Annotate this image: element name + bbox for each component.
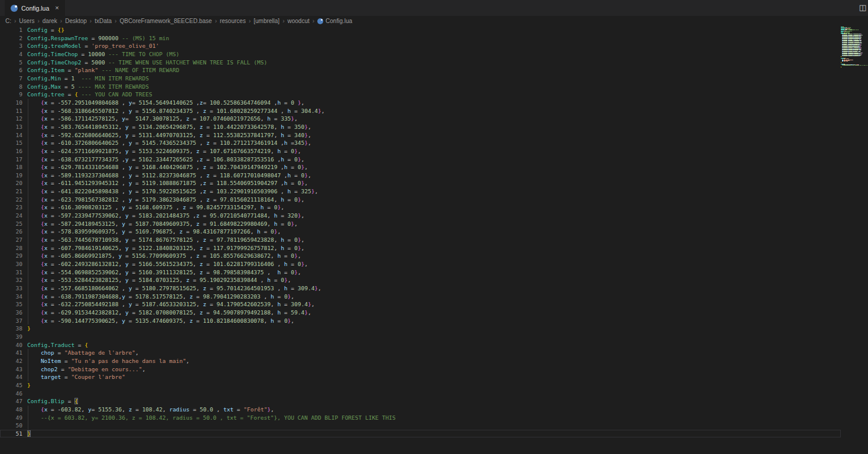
tab-close-icon[interactable]: × (55, 5, 58, 11)
line-number[interactable]: 36 (0, 309, 22, 317)
code-line[interactable]: 29 {x = -605.86669921875, y = 5156.77099… (0, 252, 841, 260)
breadcrumb-item[interactable]: QBCoreFramework_8EECED.base (119, 18, 212, 24)
line-number[interactable]: 7 (0, 74, 22, 83)
breadcrumb-item[interactable]: darek (43, 18, 57, 24)
line-number[interactable]: 44 (0, 373, 22, 381)
breadcrumb-item[interactable]: Desktop (65, 18, 87, 24)
line-number[interactable]: 8 (0, 83, 22, 91)
line-number[interactable]: 11 (0, 107, 22, 115)
line-number[interactable]: 46 (0, 390, 22, 398)
line-number[interactable]: 42 (0, 357, 22, 365)
line-number[interactable]: 1 (0, 26, 22, 34)
line-number[interactable]: 35 (0, 300, 22, 309)
line-number[interactable]: 32 (0, 276, 22, 284)
line-number[interactable]: 38 (0, 325, 22, 333)
code-line[interactable]: 6Config.Item = "plank" --- NAME OF ITEM … (0, 66, 841, 74)
code-line[interactable]: 51} (0, 430, 841, 438)
line-number[interactable]: 27 (0, 236, 22, 244)
code-line[interactable]: 45} (0, 381, 841, 390)
code-line[interactable]: 40Config.Traduct = { (0, 341, 841, 349)
code-line[interactable]: 28 {x = -607.7984619140625, y = 5122.184… (0, 244, 841, 252)
code-line[interactable]: 21 {x = -641.8222045898438 , y = 5170.59… (0, 187, 841, 196)
line-number[interactable]: 45 (0, 381, 22, 390)
code-line[interactable]: 1Config = {} (0, 26, 841, 34)
line-number[interactable]: 25 (0, 220, 22, 228)
code-line[interactable]: 11 {x = -568.3186645507812 , y = 5156.87… (0, 107, 841, 115)
line-number[interactable]: 5 (0, 59, 22, 67)
line-number[interactable]: 12 (0, 115, 22, 123)
code-line[interactable]: 41 chop = "Abattage de l'arbre", (0, 349, 841, 357)
code-area[interactable]: 1Config = {}2Config.RespawnTree = 900000… (0, 26, 841, 454)
code-line[interactable]: 39 (0, 333, 841, 341)
line-number[interactable]: 33 (0, 284, 22, 293)
code-line[interactable]: 2Config.RespawnTree = 900000 -- (MS) 15 … (0, 34, 841, 43)
line-number[interactable]: 29 (0, 252, 22, 260)
code-line[interactable]: 32 {x = -553.5284423828125, y = 5184.070… (0, 276, 841, 284)
line-number[interactable]: 37 (0, 317, 22, 325)
line-number[interactable]: 30 (0, 260, 22, 268)
code-line[interactable]: 50 (0, 421, 841, 430)
breadcrumb-item[interactable]: Config.lua (317, 18, 352, 24)
code-line[interactable]: 24 {x = -597.2339477539062, y = 5183.202… (0, 212, 841, 220)
editor[interactable]: 1Config = {}2Config.RespawnTree = 900000… (0, 26, 868, 454)
line-number[interactable]: 2 (0, 34, 22, 43)
line-number[interactable]: 28 (0, 244, 22, 252)
code-line[interactable]: 49 --{x = 603.82, y= 2100.36, z = 108.42… (0, 414, 841, 422)
line-number[interactable]: 20 (0, 179, 22, 187)
line-number[interactable]: 47 (0, 397, 22, 406)
breadcrumb-item[interactable]: Users (19, 18, 34, 24)
code-line[interactable]: 36 {x = -629.9153442382812, y = 5182.070… (0, 309, 841, 317)
code-line[interactable]: 26 {x = -578.839599609375, y = 5169.7968… (0, 228, 841, 236)
code-line[interactable]: 12 {x = -586.171142578125, y= 5147.30078… (0, 115, 841, 123)
line-number[interactable]: 50 (0, 421, 22, 430)
code-line[interactable]: 4Config.TimeChop = 10000 --- TIME TO CHO… (0, 50, 841, 59)
code-line[interactable]: 3Config.treeModel = 'prop_tree_olive_01' (0, 42, 841, 50)
line-number[interactable]: 48 (0, 406, 22, 414)
code-line[interactable]: 14 {x = -592.6226806640625, y = 5131.449… (0, 131, 841, 140)
code-line[interactable]: 31 {x = -554.0698852539062, y = 5160.391… (0, 268, 841, 277)
line-number[interactable]: 21 (0, 187, 22, 196)
code-line[interactable]: 37 {x = -590.144775390625, y = 5135.4746… (0, 317, 841, 325)
line-number[interactable]: 51 (0, 430, 22, 438)
line-number[interactable]: 9 (0, 90, 22, 99)
code-line[interactable]: 27 {x = -563.7445678710938, y = 5174.867… (0, 236, 841, 244)
code-line[interactable]: 44 target = "Couper l'arbre" (0, 373, 841, 381)
line-number[interactable]: 13 (0, 123, 22, 131)
line-number[interactable]: 26 (0, 228, 22, 236)
code-line[interactable]: 13 {x = -583.7654418945312, y = 5134.206… (0, 123, 841, 131)
code-line[interactable]: 35 {x = -632.2750854492188 , y = 5187.46… (0, 300, 841, 309)
code-line[interactable]: 38} (0, 325, 841, 333)
line-number[interactable]: 14 (0, 131, 22, 140)
line-number[interactable]: 49 (0, 414, 22, 422)
code-line[interactable]: 43 chop2 = "Debitage en cours...", (0, 365, 841, 374)
line-number[interactable]: 41 (0, 349, 22, 357)
code-line[interactable]: 20 {x = -611.9451293945312 , y = 5119.10… (0, 179, 841, 187)
code-line[interactable]: 18 {x = -629.7814331054688 , y = 5168.44… (0, 163, 841, 171)
line-number[interactable]: 16 (0, 147, 22, 155)
code-line[interactable]: 15 {x = -610.3726806640625 , y = 5145.74… (0, 139, 841, 147)
split-editor-icon[interactable]: ◫ (859, 4, 866, 11)
line-number[interactable]: 31 (0, 268, 22, 277)
line-number[interactable]: 40 (0, 341, 22, 349)
line-number[interactable]: 4 (0, 50, 22, 59)
line-number[interactable]: 34 (0, 293, 22, 301)
code-line[interactable]: 5Config.TimeChop2 = 5000 -- TIME WHEN US… (0, 59, 841, 67)
code-line[interactable]: 30 {x = -602.2493286132812, y = 5166.556… (0, 260, 841, 268)
code-line[interactable]: 47Config.Blip = { (0, 397, 841, 406)
code-line[interactable]: 25 {x = -587.294189453125, y = 5187.7084… (0, 220, 841, 228)
breadcrumb-item[interactable]: woodcut (287, 18, 309, 24)
code-line[interactable]: 8Config.Max = 5 ---- MAX ITEM REWARDS (0, 83, 841, 91)
line-number[interactable]: 3 (0, 42, 22, 50)
breadcrumb-item[interactable]: C: (5, 18, 11, 24)
code-line[interactable]: 34 {x = -638.7911987304688,y = 5178.5175… (0, 293, 841, 301)
code-line[interactable]: 22 {x = -623.7981567382812 , y = 5179.38… (0, 196, 841, 204)
code-line[interactable]: 33 {x = -557.6685180664062 , y = 5180.27… (0, 284, 841, 293)
breadcrumb-item[interactable]: resources (220, 18, 246, 24)
code-line[interactable]: 42 NoItem = "Tu n'a pas de hache dans la… (0, 357, 841, 365)
line-number[interactable]: 39 (0, 333, 22, 341)
code-line[interactable]: 19 {x = -589.1193237304688 , y = 5112.82… (0, 171, 841, 180)
line-number[interactable]: 18 (0, 163, 22, 171)
code-line[interactable]: 48 {x = -603.82, y= 5155.36, z = 108.42,… (0, 406, 841, 414)
line-number[interactable]: 10 (0, 99, 22, 107)
line-number[interactable]: 6 (0, 66, 22, 74)
